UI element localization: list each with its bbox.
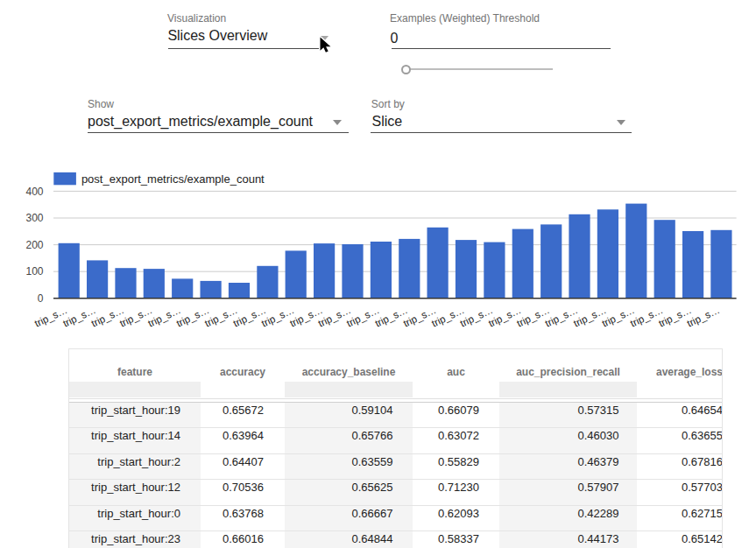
svg-text:200: 200 <box>25 239 43 251</box>
svg-text:0: 0 <box>38 292 44 305</box>
svg-text:trip_s…: trip_s… <box>685 305 721 329</box>
svg-text:300: 300 <box>25 212 43 224</box>
svg-text:post_export_metrics/example_co: post_export_metrics/example_count <box>81 172 265 186</box>
svg-text:100: 100 <box>25 265 43 278</box>
svg-text:400: 400 <box>25 186 43 198</box>
